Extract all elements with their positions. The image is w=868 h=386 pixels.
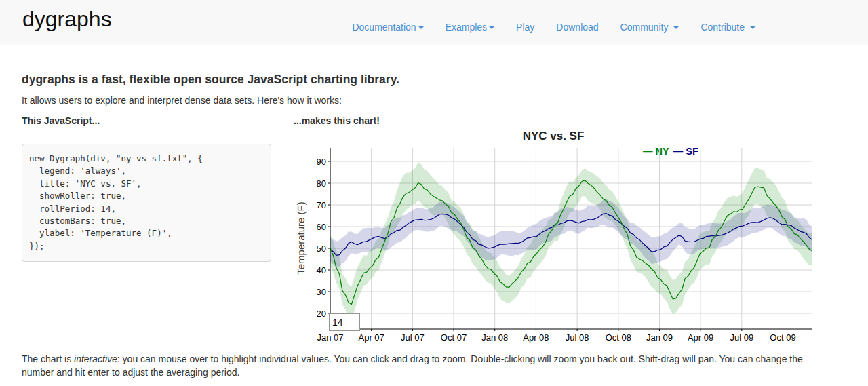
x-axis-tick-label: Oct 07 xyxy=(441,332,467,343)
nav-link-community[interactable]: Community xyxy=(620,22,679,33)
x-axis-tick-label: Jul 09 xyxy=(730,332,753,343)
x-axis-tick-label: Apr 07 xyxy=(359,332,384,343)
page-heading: dygraphs is a fast, flexible open source… xyxy=(22,73,399,87)
chart-plot-area[interactable]: 2030405060708090Jan 07Apr 07Jul 07Oct 07… xyxy=(294,129,821,353)
roll-period-input[interactable] xyxy=(329,313,360,331)
x-axis-tick-label: Jan 07 xyxy=(317,332,343,343)
nav-link-documentation[interactable]: Documentation xyxy=(352,22,423,33)
y-axis-tick-label: 90 xyxy=(317,157,326,167)
chevron-down-icon xyxy=(489,26,494,29)
y-axis-tick-label: 30 xyxy=(317,287,326,297)
page-subheading: It allows users to explore and interpret… xyxy=(22,95,342,106)
nav-link-download[interactable]: Download xyxy=(556,22,598,33)
nav-item-community: Community xyxy=(610,21,690,33)
y-axis-tick-label: 40 xyxy=(317,265,326,275)
nav-item-contribute: Contribute xyxy=(690,21,766,33)
nav-item-play: Play xyxy=(505,21,545,33)
x-axis-tick-label: Apr 08 xyxy=(523,332,549,343)
interaction-help-text: The chart is interactive: you can mouse … xyxy=(22,352,818,379)
nyc-sf-chart: NYC vs. SF — NY— SF Temperature (F) 2030… xyxy=(294,129,821,353)
y-axis-tick-label: 80 xyxy=(317,178,326,189)
chart-column-label: ...makes this chart! xyxy=(294,115,380,126)
x-axis-tick-label: Oct 09 xyxy=(770,332,795,343)
chart-band-ny xyxy=(330,162,812,321)
code-sample-block: new Dygraph(div, "ny-vs-sf.txt", { legen… xyxy=(22,144,271,262)
x-axis-tick-label: Jul 08 xyxy=(566,332,589,343)
navbar: dygraphs DocumentationExamplesPlayDownlo… xyxy=(0,0,868,45)
dygraphs-homepage: { "navbar": { "brand": "dygraphs", "link… xyxy=(0,0,868,386)
code-sample-text: new Dygraph(div, "ny-vs-sf.txt", { legen… xyxy=(29,153,203,251)
nav-link-contribute[interactable]: Contribute xyxy=(701,22,755,33)
nav-item-examples: Examples xyxy=(435,21,505,33)
x-axis-tick-label: Apr 09 xyxy=(688,332,713,343)
x-axis-tick-label: Jan 08 xyxy=(481,332,508,343)
help-text-italic: interactive xyxy=(74,353,117,364)
nav-item-documentation: Documentation xyxy=(341,21,434,33)
y-axis-tick-label: 20 xyxy=(317,309,326,319)
y-axis-tick-label: 70 xyxy=(317,200,326,210)
y-axis-tick-label: 50 xyxy=(317,244,326,254)
help-text-suffix: : you can mouse over to highlight indivi… xyxy=(22,353,803,378)
chevron-down-icon xyxy=(750,26,755,29)
x-axis-tick-label: Oct 08 xyxy=(606,332,631,343)
nav-item-download: Download xyxy=(545,21,609,33)
brand-logo[interactable]: dygraphs xyxy=(22,7,112,32)
nav-link-play[interactable]: Play xyxy=(516,22,534,33)
chevron-down-icon xyxy=(418,26,424,29)
javascript-column-label: This JavaScript... xyxy=(22,115,100,126)
x-axis-tick-label: Jan 09 xyxy=(646,332,673,343)
y-axis-tick-label: 60 xyxy=(317,222,326,232)
nav-menu: DocumentationExamplesPlayDownloadCommuni… xyxy=(341,0,766,45)
nav-link-examples[interactable]: Examples xyxy=(446,22,494,33)
help-text-prefix: The chart is xyxy=(22,353,74,364)
x-axis-tick-label: Jul 07 xyxy=(401,332,425,343)
chevron-down-icon xyxy=(673,26,679,29)
